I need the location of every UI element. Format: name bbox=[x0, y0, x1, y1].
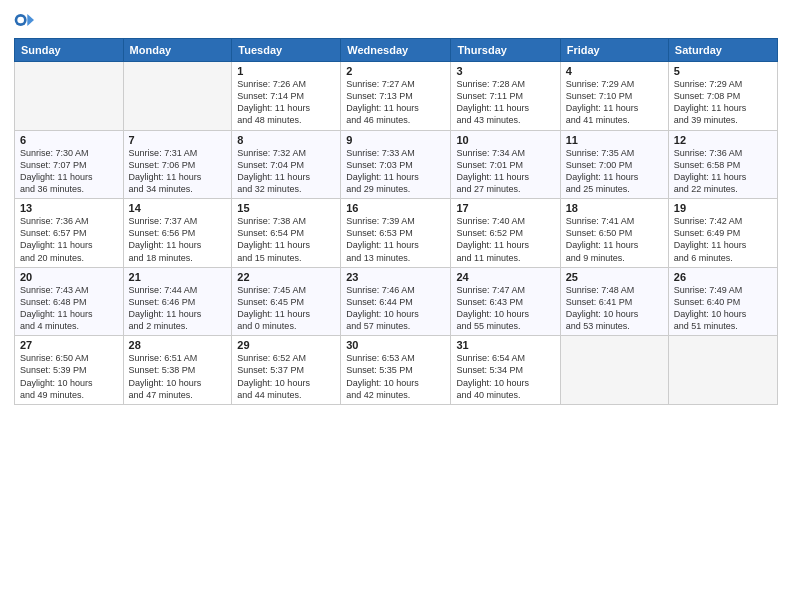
day-info: Sunrise: 7:46 AM Sunset: 6:44 PM Dayligh… bbox=[346, 284, 445, 333]
day-number: 11 bbox=[566, 134, 663, 146]
calendar-cell: 16Sunrise: 7:39 AM Sunset: 6:53 PM Dayli… bbox=[341, 199, 451, 268]
day-info: Sunrise: 7:40 AM Sunset: 6:52 PM Dayligh… bbox=[456, 215, 554, 264]
day-info: Sunrise: 7:36 AM Sunset: 6:57 PM Dayligh… bbox=[20, 215, 118, 264]
calendar-cell: 24Sunrise: 7:47 AM Sunset: 6:43 PM Dayli… bbox=[451, 267, 560, 336]
day-number: 25 bbox=[566, 271, 663, 283]
day-info: Sunrise: 7:42 AM Sunset: 6:49 PM Dayligh… bbox=[674, 215, 772, 264]
day-header-tuesday: Tuesday bbox=[232, 39, 341, 62]
day-info: Sunrise: 7:44 AM Sunset: 6:46 PM Dayligh… bbox=[129, 284, 227, 333]
day-info: Sunrise: 7:29 AM Sunset: 7:10 PM Dayligh… bbox=[566, 78, 663, 127]
day-info: Sunrise: 6:52 AM Sunset: 5:37 PM Dayligh… bbox=[237, 352, 335, 401]
day-info: Sunrise: 6:50 AM Sunset: 5:39 PM Dayligh… bbox=[20, 352, 118, 401]
day-info: Sunrise: 7:27 AM Sunset: 7:13 PM Dayligh… bbox=[346, 78, 445, 127]
day-header-thursday: Thursday bbox=[451, 39, 560, 62]
day-header-friday: Friday bbox=[560, 39, 668, 62]
calendar-cell: 10Sunrise: 7:34 AM Sunset: 7:01 PM Dayli… bbox=[451, 130, 560, 199]
calendar-cell bbox=[668, 336, 777, 405]
day-number: 20 bbox=[20, 271, 118, 283]
calendar-header-row: SundayMondayTuesdayWednesdayThursdayFrid… bbox=[15, 39, 778, 62]
day-info: Sunrise: 7:36 AM Sunset: 6:58 PM Dayligh… bbox=[674, 147, 772, 196]
calendar-cell: 1Sunrise: 7:26 AM Sunset: 7:14 PM Daylig… bbox=[232, 62, 341, 131]
day-number: 4 bbox=[566, 65, 663, 77]
calendar-page: SundayMondayTuesdayWednesdayThursdayFrid… bbox=[0, 0, 792, 612]
day-header-wednesday: Wednesday bbox=[341, 39, 451, 62]
calendar-week-5: 27Sunrise: 6:50 AM Sunset: 5:39 PM Dayli… bbox=[15, 336, 778, 405]
calendar-cell: 4Sunrise: 7:29 AM Sunset: 7:10 PM Daylig… bbox=[560, 62, 668, 131]
day-number: 3 bbox=[456, 65, 554, 77]
day-info: Sunrise: 7:45 AM Sunset: 6:45 PM Dayligh… bbox=[237, 284, 335, 333]
svg-marker-1 bbox=[27, 14, 34, 26]
calendar-cell: 3Sunrise: 7:28 AM Sunset: 7:11 PM Daylig… bbox=[451, 62, 560, 131]
day-info: Sunrise: 6:53 AM Sunset: 5:35 PM Dayligh… bbox=[346, 352, 445, 401]
calendar-cell: 13Sunrise: 7:36 AM Sunset: 6:57 PM Dayli… bbox=[15, 199, 124, 268]
day-info: Sunrise: 7:37 AM Sunset: 6:56 PM Dayligh… bbox=[129, 215, 227, 264]
day-number: 31 bbox=[456, 339, 554, 351]
day-number: 17 bbox=[456, 202, 554, 214]
calendar-cell: 11Sunrise: 7:35 AM Sunset: 7:00 PM Dayli… bbox=[560, 130, 668, 199]
calendar-cell: 18Sunrise: 7:41 AM Sunset: 6:50 PM Dayli… bbox=[560, 199, 668, 268]
day-number: 6 bbox=[20, 134, 118, 146]
day-info: Sunrise: 7:29 AM Sunset: 7:08 PM Dayligh… bbox=[674, 78, 772, 127]
day-info: Sunrise: 7:31 AM Sunset: 7:06 PM Dayligh… bbox=[129, 147, 227, 196]
calendar-cell: 26Sunrise: 7:49 AM Sunset: 6:40 PM Dayli… bbox=[668, 267, 777, 336]
calendar-cell: 7Sunrise: 7:31 AM Sunset: 7:06 PM Daylig… bbox=[123, 130, 232, 199]
calendar-cell: 21Sunrise: 7:44 AM Sunset: 6:46 PM Dayli… bbox=[123, 267, 232, 336]
day-number: 30 bbox=[346, 339, 445, 351]
calendar-cell: 15Sunrise: 7:38 AM Sunset: 6:54 PM Dayli… bbox=[232, 199, 341, 268]
day-info: Sunrise: 7:32 AM Sunset: 7:04 PM Dayligh… bbox=[237, 147, 335, 196]
day-number: 24 bbox=[456, 271, 554, 283]
calendar-week-4: 20Sunrise: 7:43 AM Sunset: 6:48 PM Dayli… bbox=[15, 267, 778, 336]
day-header-sunday: Sunday bbox=[15, 39, 124, 62]
day-number: 7 bbox=[129, 134, 227, 146]
day-number: 10 bbox=[456, 134, 554, 146]
day-info: Sunrise: 7:33 AM Sunset: 7:03 PM Dayligh… bbox=[346, 147, 445, 196]
day-info: Sunrise: 7:43 AM Sunset: 6:48 PM Dayligh… bbox=[20, 284, 118, 333]
day-number: 2 bbox=[346, 65, 445, 77]
day-header-monday: Monday bbox=[123, 39, 232, 62]
calendar-cell bbox=[560, 336, 668, 405]
calendar-cell: 30Sunrise: 6:53 AM Sunset: 5:35 PM Dayli… bbox=[341, 336, 451, 405]
calendar-cell: 23Sunrise: 7:46 AM Sunset: 6:44 PM Dayli… bbox=[341, 267, 451, 336]
calendar-cell: 5Sunrise: 7:29 AM Sunset: 7:08 PM Daylig… bbox=[668, 62, 777, 131]
day-info: Sunrise: 7:30 AM Sunset: 7:07 PM Dayligh… bbox=[20, 147, 118, 196]
day-number: 23 bbox=[346, 271, 445, 283]
day-info: Sunrise: 7:26 AM Sunset: 7:14 PM Dayligh… bbox=[237, 78, 335, 127]
day-info: Sunrise: 6:51 AM Sunset: 5:38 PM Dayligh… bbox=[129, 352, 227, 401]
calendar-cell: 20Sunrise: 7:43 AM Sunset: 6:48 PM Dayli… bbox=[15, 267, 124, 336]
calendar-cell: 17Sunrise: 7:40 AM Sunset: 6:52 PM Dayli… bbox=[451, 199, 560, 268]
calendar-cell: 29Sunrise: 6:52 AM Sunset: 5:37 PM Dayli… bbox=[232, 336, 341, 405]
calendar-cell bbox=[15, 62, 124, 131]
calendar-cell: 2Sunrise: 7:27 AM Sunset: 7:13 PM Daylig… bbox=[341, 62, 451, 131]
calendar-table: SundayMondayTuesdayWednesdayThursdayFrid… bbox=[14, 38, 778, 405]
day-number: 9 bbox=[346, 134, 445, 146]
day-number: 22 bbox=[237, 271, 335, 283]
day-number: 13 bbox=[20, 202, 118, 214]
day-number: 16 bbox=[346, 202, 445, 214]
calendar-cell: 14Sunrise: 7:37 AM Sunset: 6:56 PM Dayli… bbox=[123, 199, 232, 268]
day-info: Sunrise: 7:38 AM Sunset: 6:54 PM Dayligh… bbox=[237, 215, 335, 264]
day-info: Sunrise: 7:28 AM Sunset: 7:11 PM Dayligh… bbox=[456, 78, 554, 127]
day-number: 8 bbox=[237, 134, 335, 146]
day-info: Sunrise: 7:41 AM Sunset: 6:50 PM Dayligh… bbox=[566, 215, 663, 264]
header bbox=[14, 10, 778, 30]
calendar-week-3: 13Sunrise: 7:36 AM Sunset: 6:57 PM Dayli… bbox=[15, 199, 778, 268]
day-number: 26 bbox=[674, 271, 772, 283]
day-number: 28 bbox=[129, 339, 227, 351]
day-number: 12 bbox=[674, 134, 772, 146]
day-number: 21 bbox=[129, 271, 227, 283]
day-number: 19 bbox=[674, 202, 772, 214]
day-number: 29 bbox=[237, 339, 335, 351]
calendar-cell: 12Sunrise: 7:36 AM Sunset: 6:58 PM Dayli… bbox=[668, 130, 777, 199]
day-info: Sunrise: 7:34 AM Sunset: 7:01 PM Dayligh… bbox=[456, 147, 554, 196]
calendar-cell: 6Sunrise: 7:30 AM Sunset: 7:07 PM Daylig… bbox=[15, 130, 124, 199]
logo-icon bbox=[14, 10, 34, 30]
day-number: 14 bbox=[129, 202, 227, 214]
logo bbox=[14, 10, 36, 30]
calendar-cell: 22Sunrise: 7:45 AM Sunset: 6:45 PM Dayli… bbox=[232, 267, 341, 336]
day-info: Sunrise: 7:35 AM Sunset: 7:00 PM Dayligh… bbox=[566, 147, 663, 196]
day-number: 18 bbox=[566, 202, 663, 214]
day-info: Sunrise: 7:49 AM Sunset: 6:40 PM Dayligh… bbox=[674, 284, 772, 333]
day-header-saturday: Saturday bbox=[668, 39, 777, 62]
day-info: Sunrise: 7:48 AM Sunset: 6:41 PM Dayligh… bbox=[566, 284, 663, 333]
calendar-cell: 28Sunrise: 6:51 AM Sunset: 5:38 PM Dayli… bbox=[123, 336, 232, 405]
